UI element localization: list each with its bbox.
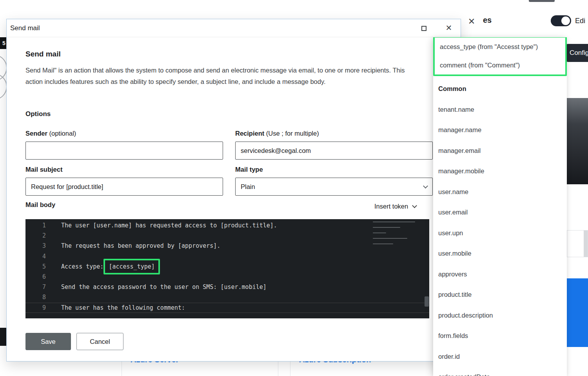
editor-line: 2 — [25, 231, 429, 241]
chevron-down-icon — [423, 183, 428, 189]
mail-type-value: Plain — [241, 183, 255, 191]
minimap-line — [373, 238, 407, 239]
token-menu-item[interactable]: approvers — [433, 264, 567, 285]
minimap-line — [373, 243, 393, 244]
mail-body-editor[interactable]: 1The user [user.name] has requested acce… — [25, 219, 429, 318]
editor-line: 6 — [25, 272, 429, 282]
mail-subject-label: Mail subject — [25, 166, 62, 173]
minimap-line — [373, 227, 400, 228]
page-close-icon[interactable]: ✕ — [466, 16, 477, 27]
token-menu-item-access-type[interactable]: access_type (from "Accesst type") — [435, 38, 565, 56]
page: ✕ es Edi Config 5 Azure Server Azure Sub… — [0, 0, 588, 376]
token-menu-item[interactable]: user.upn — [433, 223, 567, 243]
token-menu-item[interactable]: user.name — [433, 182, 567, 202]
sender-label-rest: (optional) — [47, 130, 76, 137]
line-number: 7 — [25, 283, 46, 291]
mail-type-select[interactable]: Plain — [235, 178, 433, 196]
line-number: 5 — [25, 263, 46, 270]
minimap-line — [373, 222, 415, 222]
line-number: 3 — [25, 242, 46, 249]
background-scrollbar-fragment — [584, 231, 588, 257]
token-menu-item-comment[interactable]: comment (from "Comment") — [435, 56, 565, 74]
editor-line: 7Send the access password to the user on… — [25, 282, 429, 292]
config-button[interactable]: Config — [564, 44, 588, 62]
page-heading-fragment: es — [483, 16, 492, 25]
token-menu-item[interactable]: form.fields — [433, 326, 567, 347]
background-photo-fragment — [567, 98, 588, 184]
maximize-button[interactable] — [419, 24, 428, 33]
mail-body-label: Mail body — [25, 201, 55, 209]
insert-token-dropdown[interactable]: Insert token — [374, 203, 416, 210]
mail-subject-label-text: Mail subject — [25, 166, 62, 173]
editor-minimap[interactable] — [373, 222, 423, 246]
recipient-label: Recipient (Use ; for multiple) — [235, 130, 319, 137]
token-menu-item[interactable]: manager.name — [433, 120, 567, 141]
editor-scrollbar[interactable] — [425, 296, 429, 307]
send-mail-dialog: Send mail ✕ Send mail Send Mail" is an a… — [6, 19, 461, 361]
background-blue-panel — [567, 278, 588, 347]
editor-line: 3The request has been approved by [appro… — [25, 241, 429, 251]
token-menu-item[interactable]: order.id — [433, 346, 567, 367]
dialog-title: Send mail — [10, 19, 40, 37]
token-menu-item[interactable]: tenant.name — [433, 99, 567, 120]
editor-line: 8 — [25, 292, 429, 302]
chevron-down-icon — [412, 203, 417, 208]
sender-input[interactable] — [25, 142, 223, 160]
form-token-highlight-group: access_type (from "Accesst type") commen… — [433, 37, 567, 76]
mail-type-label-text: Mail type — [235, 166, 263, 173]
access-type-token-highlight: [access_type] — [103, 259, 160, 274]
background-fragment-top — [529, 0, 555, 2]
editor-line-current: 9The user has the following comment: — [25, 303, 429, 313]
sender-label-strong: Sender — [25, 130, 47, 137]
sender-label: Sender (optional) — [25, 130, 76, 137]
line-text: The user has the following comment: — [61, 304, 185, 311]
mail-type-label: Mail type — [235, 166, 263, 173]
options-heading: Options — [25, 110, 51, 118]
toggle-knob — [561, 16, 570, 25]
dialog-titlebar: Send mail ✕ — [7, 19, 461, 37]
line-text: Access type: [access_type] — [61, 262, 156, 272]
line-number: 1 — [25, 222, 46, 229]
token-menu-item[interactable]: order.createdDate — [433, 367, 567, 376]
mail-subject-input[interactable] — [25, 178, 223, 196]
line-text-prefix: Access type: — [61, 263, 107, 270]
recipient-label-strong: Recipient — [235, 130, 264, 137]
token-menu-item[interactable]: user.email — [433, 202, 567, 223]
token-menu-item[interactable]: product.description — [433, 305, 567, 326]
mail-body-label-text: Mail body — [25, 201, 55, 208]
recipient-label-rest: (Use ; for multiple) — [264, 130, 319, 137]
background-panel-fragment — [567, 230, 588, 257]
insert-token-menu: access_type (from "Accesst type") commen… — [433, 37, 567, 376]
line-number: 6 — [25, 273, 46, 280]
token-menu-section-common: Common — [433, 78, 567, 99]
line-text: The user [user.name] has requested acces… — [61, 222, 277, 229]
line-number: 4 — [25, 253, 46, 260]
line-number: 8 — [25, 294, 46, 301]
maximize-icon — [421, 26, 426, 31]
dialog-close-icon[interactable]: ✕ — [444, 23, 454, 33]
minimap-line — [373, 233, 386, 233]
editor-line: 1The user [user.name] has requested acce… — [25, 220, 429, 231]
token-menu-item[interactable]: product.title — [433, 285, 567, 305]
cancel-button[interactable]: Cancel — [76, 333, 123, 350]
line-number: 9 — [25, 304, 46, 311]
line-number: 2 — [25, 232, 46, 239]
token-menu-item[interactable]: manager.mobile — [433, 161, 567, 182]
line-text: Send the access password to the user on … — [61, 283, 267, 291]
token-menu-item[interactable]: manager.email — [433, 140, 567, 161]
recipient-input[interactable] — [235, 142, 433, 160]
line-text: The request has been approved by [approv… — [61, 242, 220, 249]
save-button[interactable]: Save — [25, 333, 71, 350]
editor-line: 4 — [25, 251, 429, 262]
dialog-description: Send Mail" is an action that allows the … — [25, 65, 419, 87]
editor-line: 5Access type: [access_type] — [25, 262, 429, 272]
token-menu-item[interactable]: user.mobile — [433, 243, 567, 264]
dialog-heading: Send mail — [25, 50, 61, 58]
edit-toggle-label: Edi — [575, 17, 588, 25]
edit-toggle[interactable] — [551, 15, 571, 26]
insert-token-label: Insert token — [374, 203, 408, 210]
